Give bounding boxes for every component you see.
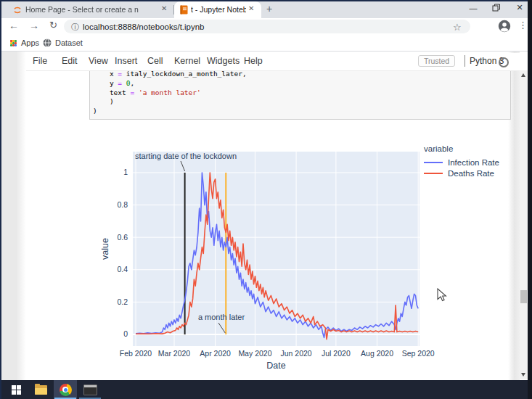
tab-jupyter-notebook[interactable]: t - Jupyter Notebook ✕ [174,1,261,18]
annotation-month-later: a month later [198,313,245,321]
browser-menu-icon[interactable]: ⋮ [518,20,528,30]
jupyter-menubar: File Edit View Insert Cell Kernel Widget… [26,53,520,71]
notebook-favicon [180,5,188,15]
legend-item[interactable]: Infection Rate [424,157,499,168]
back-icon[interactable]: ← [9,20,19,31]
page-left-gutter [1,52,26,380]
legend-line-sample [424,162,443,163]
profile-avatar-icon[interactable] [498,20,511,33]
mouse-cursor [437,288,447,303]
code-token: text [93,89,130,96]
x-tick-label: May 2020 [238,349,271,358]
kernel-separator [465,55,465,67]
bookmark-star-icon[interactable]: ☆ [453,22,462,33]
scroll-up-icon[interactable] [521,73,525,77]
legend-line-sample [424,173,443,174]
new-tab-button[interactable]: + [266,3,272,15]
windows-taskbar [0,380,532,399]
annotation-leader [218,323,225,333]
y-tick-label: 0.6 [117,233,128,242]
window-border [0,0,1,399]
x-tick-label: Jun 2020 [280,349,311,358]
windows-logo-icon [12,385,21,395]
code-token: y [93,79,118,87]
tab-title: Home Page - Select or create a n [25,5,153,14]
bookmark-apps[interactable]: Apps [21,38,39,47]
vertical-scrollbar[interactable] [520,70,528,379]
series-line-infection-rate [136,173,418,337]
start-button[interactable] [4,380,28,399]
forward-icon[interactable]: → [29,20,39,31]
menu-kernel[interactable]: Kernel [174,56,200,66]
jupyter-logo-icon [13,6,22,15]
tab-close-icon[interactable]: ✕ [248,4,254,12]
window-border [0,0,532,1]
y-tick-label: 0.2 [117,297,128,306]
legend-label: Deaths Rate [448,169,494,178]
x-tick-label: Aug 2020 [361,349,393,358]
legend-item[interactable]: Deaths Rate [424,168,499,178]
address-bar[interactable]: ⓘ localhost:8888/notebooks/t.ipynb ☆ [64,20,470,33]
window-restore-button[interactable] [491,4,502,12]
menu-edit[interactable]: Edit [62,56,78,66]
y-tick-label: 0.4 [117,265,128,273]
annotation-leader [181,161,185,171]
x-tick-label: Mar 2020 [158,349,191,358]
x-tick-label: Apr 2020 [200,349,231,358]
plot-area[interactable] [133,152,420,346]
menu-cell[interactable]: Cell [147,56,163,66]
window-border [528,0,532,399]
terminal-taskbar-button[interactable] [78,380,102,399]
bookmark-dataset[interactable]: Dataset [55,38,83,47]
terminal-icon [83,384,97,395]
toolbar-separator [0,51,528,52]
url-text[interactable]: localhost:8888/notebooks/t.ipynb [83,22,205,31]
globe-icon [43,38,52,47]
chart-legend: variableInfection RateDeaths Rate [424,144,499,178]
menu-widgets[interactable]: Widgets [207,56,240,66]
code-cell-input[interactable]: x = italy_lockdown_a_month_later, y = 0,… [89,67,511,120]
x-tick-label: Jul 2020 [322,349,351,358]
browser-toolbar: ← → ↻ ⓘ localhost:8888/notebooks/t.ipynb… [0,18,532,35]
x-tick-label: Sep 2020 [402,349,435,358]
code-token: 'a month later' [139,89,201,96]
site-info-icon[interactable]: ⓘ [71,22,79,33]
menu-help[interactable]: Help [244,56,263,66]
x-tick-label: Feb 2020 [120,349,152,358]
chrome-icon [60,384,72,396]
code-token: ) [93,107,97,115]
browser-window: Home Page - Select or create a n ✕ t - J… [0,0,532,399]
trusted-button[interactable]: Trusted [418,55,455,67]
legend-label: Infection Rate [448,158,499,167]
x-axis-title: Date [266,361,285,371]
y-tick-label: 0 [123,329,128,338]
menu-insert[interactable]: Insert [115,56,137,66]
menu-file[interactable]: File [33,56,47,66]
legend-title: variable [424,144,499,153]
scroll-down-icon[interactable] [521,373,525,377]
y-axis-title: value [100,238,110,260]
series-line-deaths-rate [136,173,418,340]
code-text[interactable]: x = italy_lockdown_a_month_later, y = 0,… [93,70,247,116]
code-token: ) [93,97,114,105]
folder-icon [35,385,47,395]
apps-grid-icon [10,40,17,46]
tab-home-page[interactable]: Home Page - Select or create a n ✕ [6,1,173,18]
scrollbar-thumb[interactable] [520,290,527,303]
annotation-lockdown: starting date of the lockdown [135,152,237,160]
file-explorer-button[interactable] [29,380,52,399]
y-tick-label: 0.8 [117,200,128,209]
tab-close-icon[interactable]: ✕ [161,4,167,12]
kernel-idle-icon [499,57,509,67]
bookmarks-bar: Apps Dataset [0,35,532,51]
reload-icon[interactable]: ↻ [49,20,57,30]
y-tick-label: 1 [123,168,128,176]
window-close-button[interactable]: ✕ [515,3,525,12]
menu-view[interactable]: View [89,56,108,66]
window-minimize-button[interactable]: — [468,4,478,12]
tab-strip: Home Page - Select or create a n ✕ t - J… [0,0,532,18]
chrome-taskbar-button[interactable] [54,380,77,399]
code-token: , [131,79,135,87]
tab-title: t - Jupyter Notebook [191,5,246,14]
